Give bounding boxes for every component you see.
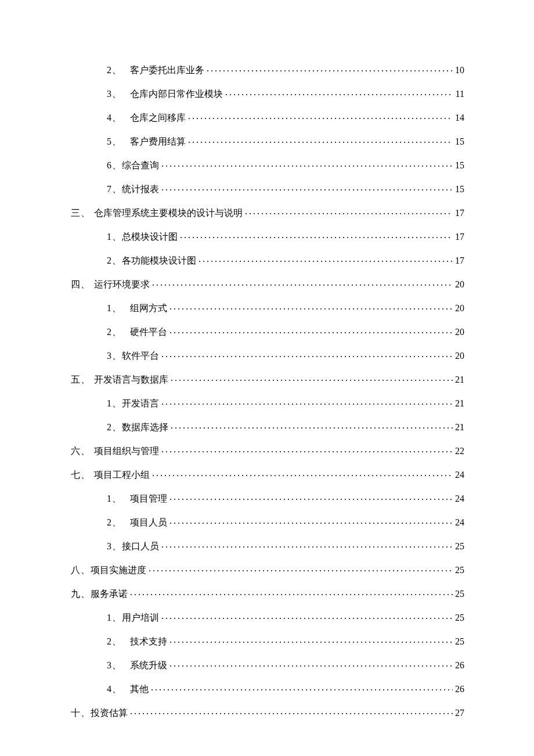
toc-title: 综合查询: [122, 161, 159, 170]
toc-number: 1、: [107, 494, 130, 503]
toc-entry[interactable]: 七、项目工程小组24: [71, 469, 464, 480]
toc-entry[interactable]: 3、仓库内部日常作业模块11: [71, 88, 464, 99]
toc-leader-dots: [188, 135, 453, 145]
toc-title: 硬件平台: [130, 327, 167, 337]
toc-title: 仓库之间移库: [130, 113, 186, 123]
toc-title: 开发语言与数据库: [94, 375, 168, 384]
toc-title: 投资估算: [91, 708, 128, 718]
toc-entry[interactable]: 1、总模块设计图17: [71, 231, 464, 242]
toc-entry[interactable]: 4、仓库之间移库14: [71, 111, 464, 123]
toc-entry[interactable]: 1、项目管理24: [71, 492, 464, 503]
toc-leader-dots: [161, 350, 453, 359]
toc-page-number: 21: [455, 375, 464, 384]
toc-title: 技术支持: [130, 637, 167, 646]
toc-entry[interactable]: 3、系统升级26: [71, 659, 464, 670]
toc-number: 三、: [71, 208, 94, 218]
toc-leader-dots: [207, 64, 453, 73]
toc-entry[interactable]: 3、软件平台20: [71, 350, 464, 361]
toc-entry[interactable]: 九、服务承诺25: [71, 588, 464, 599]
toc-number: 1、: [107, 399, 122, 408]
toc-title: 组网方式: [130, 304, 167, 313]
toc-number: 1、: [107, 304, 130, 313]
toc-entry[interactable]: 5、客户费用结算15: [71, 135, 464, 146]
toc-entry[interactable]: 6、综合查询15: [71, 159, 464, 170]
toc-page-number: 20: [455, 280, 464, 289]
toc-entry[interactable]: 1、用户培训25: [71, 611, 464, 622]
toc-page-number: 27: [455, 708, 464, 718]
toc-leader-dots: [130, 707, 453, 716]
toc-entry[interactable]: 4、其他26: [71, 683, 464, 694]
toc-entry[interactable]: 2、硬件平台20: [71, 326, 464, 337]
toc-page-number: 22: [455, 447, 464, 456]
toc-leader-dots: [152, 278, 453, 287]
toc-number: 3、: [107, 351, 122, 361]
toc-number: 七、: [71, 470, 94, 480]
toc-page-number: 24: [455, 494, 464, 503]
toc-title: 项目管理: [130, 494, 167, 503]
toc-page-number: 25: [455, 542, 464, 551]
toc-page-number: 17: [455, 256, 464, 265]
toc-page-number: 20: [455, 304, 464, 313]
toc-number: 3、: [107, 89, 130, 99]
toc-entry[interactable]: 三、仓库管理系统主要模块的设计与说明17: [71, 207, 464, 218]
toc-entry[interactable]: 3、接口人员25: [71, 540, 464, 551]
toc-entry[interactable]: 2、各功能模块设计图17: [71, 254, 464, 265]
toc-number: 2、: [107, 518, 130, 527]
toc-number: 八、: [71, 566, 91, 575]
toc-page-number: 25: [455, 613, 464, 622]
toc-page-number: 15: [455, 185, 464, 194]
toc-number: 7、: [107, 185, 122, 194]
toc-page-number: 26: [455, 685, 464, 694]
toc-entry[interactable]: 八、项目实施进度25: [71, 564, 464, 575]
toc-leader-dots: [171, 421, 453, 430]
toc-leader-dots: [199, 254, 453, 264]
toc-number: 2、: [107, 327, 130, 337]
toc-title: 各功能模块设计图: [122, 256, 196, 265]
toc-page-number: 17: [455, 232, 464, 242]
toc-page-number: 21: [455, 399, 464, 408]
toc-title: 接口人员: [122, 542, 159, 551]
toc-entry[interactable]: 2、项目人员24: [71, 516, 464, 527]
toc-page-number: 17: [455, 208, 464, 218]
toc-number: 6、: [107, 161, 122, 170]
toc-leader-dots: [171, 373, 453, 383]
toc-number: 3、: [107, 661, 130, 670]
toc-number: 2、: [107, 423, 122, 432]
toc-leader-dots: [225, 88, 453, 97]
toc-number: 1、: [107, 613, 122, 622]
toc-entry[interactable]: 2、客户委托出库业务10: [71, 64, 464, 75]
toc-leader-dots: [161, 397, 453, 406]
toc-entry[interactable]: 2、数据库选择21: [71, 421, 464, 432]
toc-entry[interactable]: 7、统计报表15: [71, 183, 464, 194]
toc-number: 四、: [71, 280, 94, 289]
toc-leader-dots: [161, 183, 453, 192]
toc-leader-dots: [149, 564, 453, 573]
toc-number: 2、: [107, 256, 122, 265]
toc-page-number: 25: [455, 637, 464, 646]
toc-title: 数据库选择: [122, 423, 168, 432]
toc-entry[interactable]: 六、项目组织与管理22: [71, 445, 464, 456]
toc-page-number: 11: [456, 89, 464, 99]
toc-page-number: 21: [455, 423, 464, 432]
toc-entry[interactable]: 2、技术支持25: [71, 635, 464, 646]
toc-page-number: 14: [455, 113, 464, 123]
toc-number: 1、: [107, 232, 122, 242]
toc-entry[interactable]: 1、开发语言21: [71, 397, 464, 408]
toc-entry[interactable]: 四、运行环境要求20: [71, 278, 464, 289]
toc-entry[interactable]: 十、投资估算27: [71, 707, 464, 718]
toc-number: 九、: [71, 589, 91, 599]
toc-entry[interactable]: 五、开发语言与数据库21: [71, 373, 464, 384]
toc-title: 仓库内部日常作业模块: [130, 89, 223, 99]
toc-page-number: 24: [455, 518, 464, 527]
toc-leader-dots: [169, 302, 453, 311]
toc-leader-dots: [161, 159, 453, 168]
toc-number: 4、: [107, 685, 130, 694]
toc-title: 其他: [130, 685, 149, 694]
toc-number: 五、: [71, 375, 94, 384]
toc-entry[interactable]: 1、组网方式20: [71, 302, 464, 313]
toc-leader-dots: [130, 588, 453, 597]
toc-title: 项目人员: [130, 518, 167, 527]
toc-leader-dots: [151, 683, 453, 692]
toc-page-number: 26: [455, 661, 464, 670]
toc-title: 客户委托出库业务: [130, 66, 204, 75]
